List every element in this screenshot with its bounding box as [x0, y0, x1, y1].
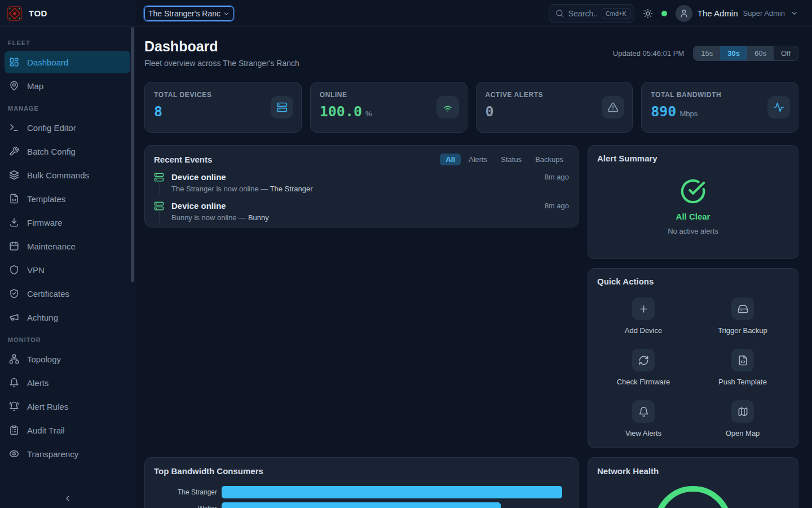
sun-icon[interactable] — [643, 8, 653, 19]
stat-icon-chip — [436, 96, 459, 119]
plus-icon — [638, 304, 649, 314]
layout-dashboard-icon — [9, 57, 19, 67]
stat-card-active-alerts: ACTIVE ALERTS 0 — [476, 82, 633, 133]
page-head-left: Dashboard Fleet overview across The Stra… — [144, 38, 299, 68]
stat-card-total-devices: TOTAL DEVICES 8 — [144, 82, 302, 133]
stat-value: 890 — [651, 103, 676, 120]
sidebar-item-alert-rules[interactable]: Alert Rules — [5, 395, 130, 418]
activity-icon — [773, 102, 784, 113]
server-icon — [154, 201, 164, 211]
quick-action-label: Open Map — [726, 429, 760, 437]
bandwidth-device-label: The Stranger — [154, 488, 217, 496]
event-description: The Stranger is now online — The Strange… — [171, 185, 569, 193]
refresh-option-off[interactable]: Off — [774, 46, 798, 60]
topbar-right: Cmd+K The Admin Super Admin — [549, 4, 798, 23]
sidebar-item-label: Batch Config — [27, 147, 76, 156]
stat-label: ONLINE — [320, 91, 458, 99]
user-icon — [679, 9, 689, 18]
sidebar-item-firmware[interactable]: Firmware — [5, 211, 130, 234]
search-input[interactable] — [568, 9, 597, 18]
sidebar-item-map[interactable]: Map — [5, 75, 130, 97]
sidebar-collapse-button[interactable] — [0, 488, 135, 508]
refresh-cw-icon — [638, 355, 649, 366]
sidebar: TOD FLEET Dashboard Map MANAGE Config Ed… — [0, 0, 135, 508]
topbar: The Stranger's Ranch Cmd+K The Admin — [135, 0, 812, 27]
sidebar-item-certificates[interactable]: Certificates — [5, 282, 130, 305]
event-title: Device online — [171, 172, 226, 182]
tab-all[interactable]: All — [440, 154, 461, 165]
dashboard-content: Dashboard Fleet overview across The Stra… — [135, 27, 812, 508]
stat-icon-chip — [767, 96, 790, 119]
stat-cards-row: TOTAL DEVICES 8 ONLINE 100.0 % — [144, 82, 798, 133]
tab-backups[interactable]: Backups — [529, 154, 569, 165]
quick-actions-grid: Add Device Trigger Backup Check Firmware — [597, 297, 789, 437]
event-device-name: Bunny — [248, 213, 269, 222]
file-code-icon — [738, 355, 748, 366]
sidebar-item-maintenance[interactable]: Maintenance — [5, 235, 130, 257]
eye-icon — [9, 449, 19, 459]
tab-status[interactable]: Status — [495, 154, 527, 165]
sidebar-item-alerts[interactable]: Alerts — [5, 371, 130, 394]
main-area: The Stranger's Ranch Cmd+K The Admin — [135, 0, 812, 508]
megaphone-icon — [9, 312, 19, 322]
server-icon — [154, 172, 164, 182]
network-health-panel: Network Health 100 — [588, 457, 798, 508]
recent-events-panel: Recent Events All Alerts Status Backups — [144, 145, 579, 227]
sidebar-item-dashboard[interactable]: Dashboard — [5, 51, 130, 73]
refresh-interval-control: 15s 30s 60s Off — [693, 46, 798, 61]
quick-actions-panel: Quick Actions Add Device Trigger Backup — [588, 268, 798, 448]
avatar — [676, 5, 692, 22]
event-filter-tabs: All Alerts Status Backups — [440, 154, 569, 165]
bandwidth-row: Walter — [154, 502, 569, 508]
sidebar-item-audit-trail[interactable]: Audit Trail — [5, 419, 130, 441]
sidebar-scrollbar[interactable] — [131, 27, 134, 282]
add-device-button[interactable]: Add Device — [597, 297, 690, 335]
hard-drive-icon — [738, 304, 748, 314]
user-menu[interactable]: The Admin Super Admin — [676, 5, 798, 22]
sidebar-item-batch-config[interactable]: Batch Config — [5, 140, 130, 163]
open-map-button[interactable]: Open Map — [696, 400, 789, 437]
sidebar-header: TOD — [0, 0, 135, 27]
top-bandwidth-title: Top Bandwidth Consumers — [154, 466, 263, 476]
sidebar-item-topology[interactable]: Topology — [5, 348, 130, 370]
updated-timestamp: Updated 05:46:01 PM — [613, 49, 684, 58]
stat-value: 8 — [154, 103, 162, 120]
sidebar-item-bulk-commands[interactable]: Bulk Commands — [5, 164, 130, 186]
sidebar-item-transparency[interactable]: Transparency — [5, 443, 130, 465]
bell-icon — [9, 378, 19, 388]
tab-alerts[interactable]: Alerts — [463, 154, 493, 165]
stat-value: 0 — [486, 103, 494, 120]
check-firmware-button[interactable]: Check Firmware — [597, 349, 690, 386]
quick-action-label: Trigger Backup — [718, 326, 767, 335]
sidebar-item-label: Dashboard — [27, 58, 68, 67]
quick-actions-title: Quick Actions — [597, 277, 654, 286]
nav-section-manage: MANAGE — [0, 98, 135, 115]
bandwidth-row: The Stranger — [154, 486, 569, 498]
page-head: Dashboard Fleet overview across The Stra… — [144, 38, 798, 68]
sidebar-item-achtung[interactable]: Achtung — [5, 306, 130, 329]
sidebar-item-label: Topology — [27, 354, 61, 364]
sidebar-item-label: VPN — [27, 265, 45, 275]
sidebar-item-vpn[interactable]: VPN — [5, 259, 130, 281]
gauge-ring-icon — [651, 483, 735, 508]
event-time: 8m ago — [545, 202, 569, 210]
refresh-option-30s[interactable]: 30s — [720, 46, 747, 60]
view-alerts-button[interactable]: View Alerts — [597, 400, 690, 437]
trigger-backup-button[interactable]: Trigger Backup — [696, 297, 789, 335]
stat-icon-chip — [602, 96, 624, 119]
refresh-option-60s[interactable]: 60s — [747, 46, 774, 60]
server-icon — [276, 102, 288, 113]
shield-icon — [9, 265, 19, 275]
event-row: Device online 8m ago Bunny is now online… — [154, 201, 569, 227]
bandwidth-bar — [222, 502, 501, 508]
download-icon — [9, 217, 19, 227]
sidebar-item-templates[interactable]: Templates — [5, 187, 130, 210]
file-code-icon — [9, 194, 19, 204]
search-box[interactable]: Cmd+K — [549, 4, 634, 23]
push-template-button[interactable]: Push Template — [696, 349, 789, 386]
fleet-selector[interactable]: The Stranger's Ranch — [144, 6, 233, 21]
refresh-option-15s[interactable]: 15s — [694, 46, 720, 60]
sidebar-item-config-editor[interactable]: Config Editor — [5, 116, 130, 139]
sidebar-item-label: Audit Trail — [27, 426, 65, 435]
stat-card-total-bandwidth: TOTAL BANDWIDTH 890 Mbps — [641, 82, 798, 133]
